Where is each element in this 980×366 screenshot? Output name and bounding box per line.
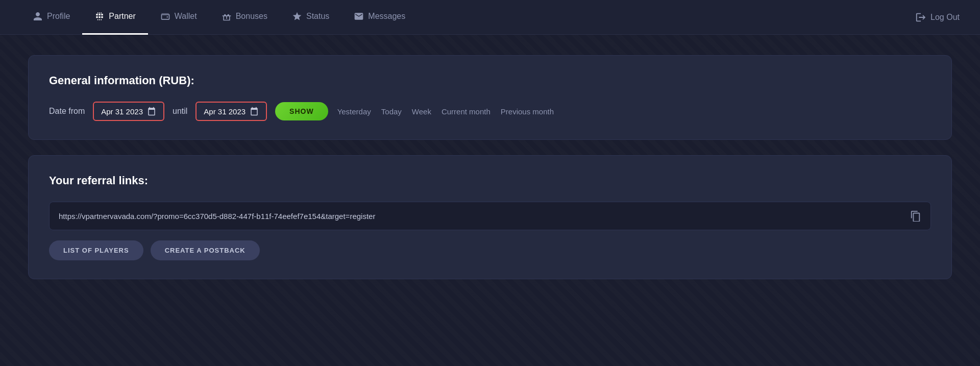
referral-card: Your referral links: https://vpartnervav… (28, 155, 952, 279)
logout-label: Log Out (930, 13, 960, 22)
list-players-button[interactable]: LIST OF PLAYERS (49, 240, 143, 260)
nav-item-messages[interactable]: Messages (341, 0, 418, 35)
logout-icon (915, 12, 926, 23)
referral-title: Your referral links: (49, 174, 931, 187)
gift-icon (222, 11, 232, 21)
main-content: General information (RUB): Date from Apr… (0, 35, 980, 300)
calendar-icon-until (250, 107, 259, 116)
navbar: Profile Partner Wallet Bonuses (0, 0, 980, 35)
date-from-label: Date from (49, 107, 85, 116)
nav-item-bonuses[interactable]: Bonuses (209, 0, 280, 35)
filter-current-month[interactable]: Current month (440, 105, 492, 118)
filter-yesterday[interactable]: Yesterday (336, 105, 372, 118)
general-info-title: General information (RUB): (49, 74, 931, 87)
show-button[interactable]: SHOW (275, 102, 328, 120)
date-filter-row: Date from Apr 31 2023 until Apr 31 2023 … (49, 102, 931, 121)
nav-item-wallet[interactable]: Wallet (148, 0, 209, 35)
nav-label-bonuses: Bonuses (236, 12, 267, 21)
nav-label-profile: Profile (47, 12, 70, 21)
nav-item-status[interactable]: Status (280, 0, 341, 35)
date-from-value: Apr 31 2023 (101, 107, 143, 116)
nav-label-status: Status (306, 12, 329, 21)
nav-item-partner[interactable]: Partner (82, 0, 148, 35)
calendar-icon-from (147, 107, 156, 116)
wallet-icon (160, 11, 170, 21)
nav-label-wallet: Wallet (175, 12, 197, 21)
date-until-input[interactable]: Apr 31 2023 (195, 102, 267, 121)
referral-url-text: https://vpartnervavada.com/?promo=6cc370… (59, 212, 904, 221)
date-until-value: Apr 31 2023 (204, 107, 246, 116)
filter-week[interactable]: Week (411, 105, 432, 118)
until-label: until (173, 107, 187, 116)
logout-button[interactable]: Log Out (915, 12, 960, 23)
nav-label-partner: Partner (109, 12, 135, 21)
filter-today[interactable]: Today (380, 105, 403, 118)
nav-item-profile[interactable]: Profile (20, 0, 82, 35)
star-icon (292, 11, 302, 21)
create-postback-button[interactable]: CREATE A POSTBACK (151, 240, 260, 260)
partner-icon (94, 11, 105, 21)
filter-previous-month[interactable]: Previous month (500, 105, 555, 118)
copy-url-button[interactable] (910, 210, 921, 222)
nav-label-messages: Messages (368, 12, 405, 21)
copy-icon (910, 210, 921, 222)
action-buttons: LIST OF PLAYERS CREATE A POSTBACK (49, 240, 931, 260)
nav-items: Profile Partner Wallet Bonuses (20, 0, 915, 35)
mail-icon (354, 11, 364, 21)
general-info-card: General information (RUB): Date from Apr… (28, 55, 952, 140)
referral-url-row: https://vpartnervavada.com/?promo=6cc370… (49, 202, 931, 230)
date-from-input[interactable]: Apr 31 2023 (93, 102, 164, 121)
person-icon (33, 11, 43, 21)
